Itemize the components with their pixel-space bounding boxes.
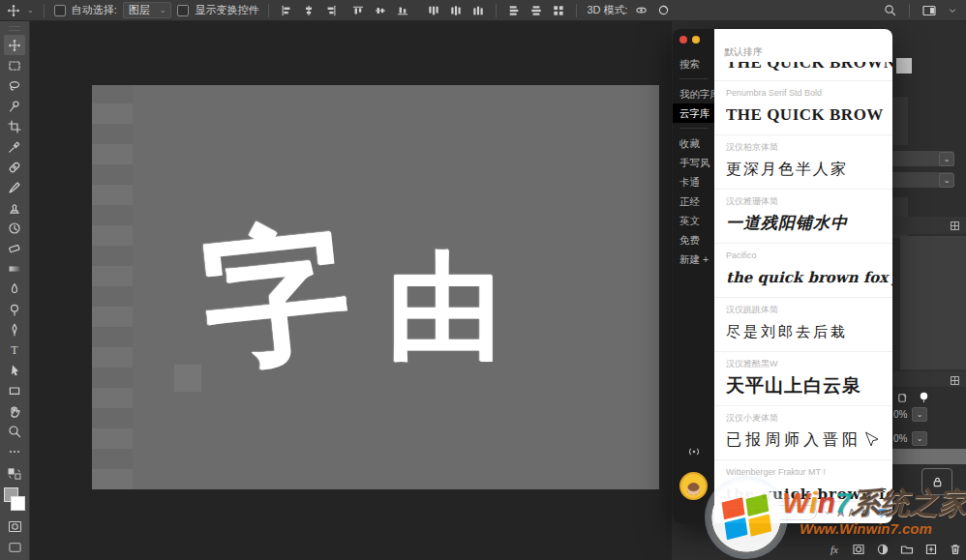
font-item[interactable]: 汉仪柏京体简更深月色半人家 — [714, 135, 892, 190]
document-artboard[interactable]: 字 由 — [92, 85, 659, 489]
minimize-button[interactable] — [692, 36, 700, 44]
quick-selection-tool[interactable] — [4, 96, 25, 116]
close-button[interactable] — [679, 36, 687, 44]
distribute-h-center-icon[interactable] — [528, 3, 544, 18]
move-tool-icon[interactable] — [6, 3, 21, 18]
lock-button[interactable] — [921, 468, 952, 495]
window-controls[interactable] — [679, 36, 700, 44]
path-selection-tool[interactable] — [4, 360, 25, 380]
panel-list-row[interactable] — [900, 280, 966, 326]
align-h-center-icon[interactable] — [301, 3, 317, 18]
sidebar-item-6[interactable]: 正经 — [673, 192, 714, 211]
eraser-tool[interactable] — [4, 238, 25, 258]
opacity-dropdown[interactable]: ⌄ — [912, 407, 927, 422]
font-item[interactable]: Pacificothe quick brown fox jump — [714, 244, 892, 298]
auto-align-icon[interactable] — [551, 3, 566, 18]
sidebar-item-8[interactable]: 免费 — [673, 230, 714, 250]
selected-layer-row[interactable] — [892, 449, 966, 464]
swatch-thumbnail[interactable] — [896, 58, 912, 74]
chevron-down-icon[interactable]: ⌄ — [939, 152, 954, 166]
group-folder-icon[interactable] — [899, 542, 915, 557]
new-layer-icon[interactable] — [923, 542, 939, 557]
more-options[interactable] — [4, 441, 25, 461]
chevron-down-icon[interactable] — [945, 3, 960, 18]
swap-colors-icon[interactable] — [4, 463, 25, 484]
fill-dropdown[interactable]: ⌄ — [912, 431, 927, 446]
hellofont-avatar[interactable] — [679, 472, 708, 500]
rectangle-tool[interactable] — [4, 380, 25, 400]
chat-icon[interactable] — [876, 507, 889, 519]
custom-text-input[interactable] — [720, 505, 817, 520]
rectangular-marquee-tool[interactable] — [4, 55, 25, 75]
panel-grip[interactable] — [9, 26, 20, 31]
layer-mask-icon[interactable] — [851, 542, 866, 557]
sidebar-item-9[interactable]: 新建 + — [673, 250, 714, 269]
spot-healing-brush-tool[interactable] — [4, 157, 25, 177]
font-item[interactable]: Wittenberger Fraktur MT !the quick brown… — [714, 460, 892, 501]
clone-stamp-tool[interactable] — [4, 197, 25, 218]
chevron-down-icon[interactable]: ⌄ — [939, 173, 954, 188]
blur-tool[interactable] — [4, 279, 25, 299]
type-tool[interactable]: T — [4, 339, 25, 360]
sidebar-item-0[interactable]: 搜索 — [673, 54, 714, 74]
auto-select-dropdown[interactable]: 图层 ⌄ — [123, 2, 172, 18]
align-left-icon[interactable] — [279, 3, 294, 18]
panel-grid-icon[interactable] — [947, 372, 962, 388]
chevron-down-icon[interactable] — [821, 507, 833, 519]
move-tool[interactable] — [4, 35, 25, 55]
distribute-left-icon[interactable] — [506, 3, 522, 18]
hand-tool[interactable] — [4, 400, 25, 421]
distribute-v-center-icon[interactable] — [448, 3, 464, 18]
pen-tool[interactable] — [4, 319, 25, 339]
sidebar-item-7[interactable]: 英文 — [673, 211, 714, 230]
show-transform-checkbox[interactable] — [177, 5, 189, 16]
panel-grid-icon[interactable] — [947, 218, 962, 233]
crop-tool[interactable] — [4, 116, 25, 136]
eye-dot-icon[interactable] — [916, 389, 931, 404]
screen-mode-icon[interactable] — [4, 537, 25, 557]
chevron-down-icon[interactable]: ⌄ — [27, 6, 34, 15]
sidebar-item-4[interactable]: 手写风 — [673, 153, 714, 172]
sidebar-item-5[interactable]: 卡通 — [673, 172, 714, 192]
gradient-tool[interactable] — [4, 258, 25, 279]
font-size-icon[interactable]: A A — [837, 507, 856, 519]
quick-mask-icon[interactable] — [4, 516, 25, 537]
zoom-tool[interactable] — [4, 421, 25, 441]
panel-list-row[interactable] — [900, 236, 966, 281]
align-v-center-icon[interactable] — [373, 3, 388, 18]
broadcast-icon[interactable] — [686, 445, 702, 458]
workspace-switcher-icon[interactable] — [921, 3, 937, 18]
dodge-tool[interactable] — [4, 299, 25, 319]
3d-orbit-icon[interactable] — [656, 3, 672, 18]
fx-icon[interactable]: fx — [827, 542, 842, 557]
3d-rotate-icon[interactable] — [634, 3, 649, 18]
font-item[interactable]: 汉仪雅珊体简一道残阳铺水中 — [714, 190, 892, 244]
sidebar-item-1[interactable]: 我的字库 — [673, 84, 714, 103]
color-swatches[interactable] — [4, 487, 25, 513]
align-right-icon[interactable] — [323, 3, 339, 18]
panel-list-row[interactable] — [900, 325, 966, 370]
history-brush-tool[interactable] — [4, 218, 25, 238]
font-item[interactable]: Penumbra Serif Std BoldTHE QUICK BROW — [714, 81, 892, 135]
lock-transparent-icon[interactable] — [894, 390, 910, 405]
canvas-area[interactable]: 字 由 — [29, 21, 672, 560]
font-item[interactable]: 汉仪雅酷黑W天平山上白云泉 — [714, 352, 892, 406]
sidebar-item-3[interactable]: 收藏 — [673, 133, 714, 153]
background-color[interactable] — [11, 496, 25, 511]
trash-icon[interactable] — [948, 542, 963, 557]
lasso-tool[interactable] — [4, 75, 25, 96]
brush-tool[interactable] — [4, 177, 25, 197]
distribute-bottom-icon[interactable] — [470, 3, 486, 18]
font-item[interactable]: 汉仪跳跳体简尽是刘郎去后栽 — [714, 298, 892, 352]
auto-select-checkbox[interactable] — [54, 5, 66, 16]
font-item[interactable]: 汉仪小麦体简已报周师入晋阳 — [714, 406, 892, 460]
sort-order-label[interactable]: 默认排序 — [724, 45, 763, 59]
eyedropper-tool[interactable] — [4, 136, 25, 157]
distribute-top-icon[interactable] — [426, 3, 441, 18]
theme-toggle-icon[interactable] — [860, 507, 872, 519]
sidebar-item-2[interactable]: 云字库 — [673, 103, 714, 123]
align-top-icon[interactable] — [350, 3, 366, 18]
adjustment-layer-icon[interactable] — [875, 542, 891, 557]
font-item[interactable]: THE QUICK BROWN FO — [714, 62, 892, 81]
search-icon[interactable] — [882, 3, 897, 18]
